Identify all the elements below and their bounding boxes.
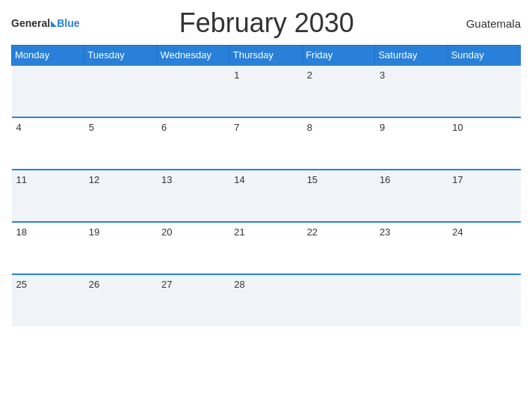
- calendar-cell: [448, 65, 520, 117]
- col-sunday: Sunday: [448, 46, 520, 66]
- weekday-header-row: Monday Tuesday Wednesday Thursday Friday…: [12, 46, 521, 66]
- calendar-cell: 14: [229, 170, 302, 222]
- calendar-cell: 26: [84, 274, 157, 327]
- day-number: 12: [89, 174, 99, 185]
- col-saturday: Saturday: [375, 46, 448, 66]
- country-label: Guatemala: [454, 17, 521, 30]
- calendar-cell: [84, 65, 157, 117]
- calendar-cell: 1: [229, 65, 302, 117]
- day-number: 4: [16, 122, 22, 133]
- calendar-cell: 11: [12, 170, 84, 222]
- month-title: February 2030: [79, 7, 454, 39]
- day-number: 13: [161, 174, 172, 185]
- day-number: 22: [307, 226, 318, 238]
- day-number: 3: [380, 69, 385, 81]
- day-number: 1: [234, 69, 239, 81]
- day-number: 21: [234, 226, 244, 238]
- calendar-cell: [375, 274, 448, 327]
- calendar-week-row: 45678910: [12, 117, 521, 170]
- day-number: 17: [452, 174, 463, 185]
- calendar-cell: 15: [303, 170, 375, 222]
- day-number: 6: [161, 122, 167, 133]
- day-number: 15: [307, 174, 318, 185]
- calendar-cell: 8: [303, 117, 375, 170]
- calendar-cell: [157, 65, 229, 117]
- day-number: 7: [234, 122, 239, 133]
- calendar-cell: 2: [303, 65, 375, 117]
- calendar-week-row: 25262728: [12, 274, 521, 327]
- calendar-cell: 9: [375, 117, 448, 170]
- calendar-cell: 10: [448, 117, 520, 170]
- calendar-cell: 27: [157, 274, 229, 327]
- calendar-week-row: 11121314151617: [12, 170, 521, 222]
- calendar-cell: [303, 274, 375, 327]
- calendar-cell: 18: [12, 222, 84, 274]
- day-number: 24: [452, 226, 463, 238]
- day-number: 16: [380, 174, 390, 185]
- day-number: 27: [161, 279, 172, 290]
- day-number: 11: [16, 174, 27, 185]
- day-number: 19: [89, 226, 99, 238]
- day-number: 23: [380, 226, 390, 238]
- col-tuesday: Tuesday: [84, 46, 157, 66]
- calendar-cell: 6: [157, 117, 229, 170]
- calendar-cell: 7: [229, 117, 302, 170]
- logo-general: General: [11, 17, 50, 29]
- logo: General Blue: [11, 16, 79, 30]
- day-number: 2: [307, 69, 312, 81]
- day-number: 9: [380, 122, 385, 133]
- day-number: 5: [89, 122, 94, 133]
- calendar-container: General Blue February 2030 Guatemala Mon…: [0, 0, 532, 411]
- calendar-cell: 24: [448, 222, 520, 274]
- calendar-cell: 23: [375, 222, 448, 274]
- col-friday: Friday: [303, 46, 375, 66]
- calendar-cell: 3: [375, 65, 448, 117]
- calendar-cell: [448, 274, 520, 327]
- day-number: 10: [452, 122, 463, 133]
- col-monday: Monday: [12, 46, 84, 66]
- calendar-cell: [12, 65, 84, 117]
- col-wednesday: Wednesday: [157, 46, 229, 66]
- day-number: 14: [234, 174, 244, 185]
- day-number: 26: [89, 279, 99, 290]
- calendar-cell: 12: [84, 170, 157, 222]
- day-number: 28: [234, 279, 244, 290]
- calendar-cell: 21: [229, 222, 302, 274]
- calendar-cell: 5: [84, 117, 157, 170]
- day-number: 20: [161, 226, 172, 238]
- logo-triangle-icon: [51, 21, 57, 27]
- calendar-cell: 25: [12, 274, 84, 327]
- day-number: 25: [16, 279, 27, 290]
- col-thursday: Thursday: [229, 46, 302, 66]
- day-number: 8: [307, 122, 312, 133]
- calendar-cell: 28: [229, 274, 302, 327]
- calendar-cell: 16: [375, 170, 448, 222]
- calendar-cell: 20: [157, 222, 229, 274]
- calendar-week-row: 18192021222324: [12, 222, 521, 274]
- calendar-cell: 22: [303, 222, 375, 274]
- day-number: 18: [16, 226, 27, 238]
- calendar-cell: 4: [12, 117, 84, 170]
- calendar-cell: 13: [157, 170, 229, 222]
- logo-blue: Blue: [57, 17, 79, 29]
- calendar-table: Monday Tuesday Wednesday Thursday Friday…: [11, 45, 521, 327]
- calendar-cell: 17: [448, 170, 520, 222]
- calendar-week-row: 123: [12, 65, 521, 117]
- calendar-cell: 19: [84, 222, 157, 274]
- calendar-header: General Blue February 2030 Guatemala: [11, 7, 521, 39]
